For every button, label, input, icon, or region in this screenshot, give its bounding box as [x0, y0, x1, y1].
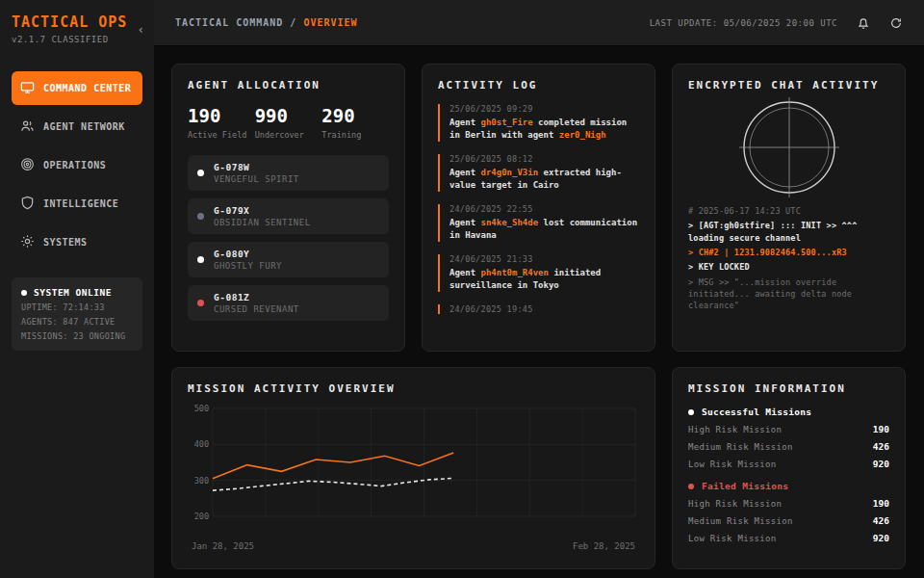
activity-log-list: 25/06/2025 09:29Agent gh0st_Fire complet…: [438, 104, 639, 314]
mission-row-label: High Risk Mission: [688, 425, 782, 434]
agent-allocation-title: AGENT ALLOCATION: [188, 79, 389, 92]
radar-graphic-wrap: [688, 97, 889, 197]
agent-list-item[interactable]: G-078WVENGEFUL SPIRIT: [188, 155, 389, 191]
agent-stat: 990Undercover: [255, 105, 322, 142]
agent-list-item[interactable]: G-080YGHOSTLY FURY: [188, 242, 389, 277]
svg-text:300: 300: [194, 476, 209, 486]
agent-list-item[interactable]: G-081ZCURSED REVENANT: [188, 285, 389, 321]
system-status-line: AGENTS: 847 ACTIVE: [21, 317, 133, 327]
terminal-log: # 2025-06-17 14:23 UTC> [AGT:gh0stfire] …: [688, 205, 889, 312]
breadcrumb-root[interactable]: TACTICAL COMMAND: [175, 17, 283, 28]
mission-row: Low Risk Mission920: [688, 533, 889, 543]
agent-handle: ph4nt0m_R4ven: [481, 268, 549, 277]
last-update-text: LAST UPDATE: 05/06/2025 20:00 UTC: [650, 18, 837, 28]
mission-activity-chart: 500400300200: [188, 403, 639, 536]
terminal-line: > KEY LOCKED: [688, 261, 889, 273]
sidebar-collapse-icon[interactable]: ‹: [138, 23, 144, 37]
sidebar-nav: COMMAND CENTERAGENT NETWORKOPERATIONSINT…: [12, 71, 142, 259]
mission-information-title: MISSION INFORMATION: [688, 382, 889, 395]
app-logo: TACTICAL OPS v2.1.7 CLASSIFIED: [12, 13, 142, 44]
agent-stat-value: 290: [321, 105, 389, 126]
mission-information-card: MISSION INFORMATION Successful MissionsH…: [672, 367, 906, 569]
chart-area: 500400300200 Jan 28, 2025 Feb 28, 2025: [188, 403, 639, 551]
bell-icon[interactable]: [857, 16, 870, 30]
sidebar-item-systems[interactable]: SYSTEMS: [12, 225, 142, 259]
system-status-title: SYSTEM ONLINE: [21, 287, 133, 298]
mission-row-label: Medium Risk Mission: [688, 442, 793, 452]
encrypted-chat-title: ENCRYPTED CHAT ACTIVITY: [688, 79, 889, 92]
mission-row-value: 920: [873, 533, 889, 543]
agent-stat-value: 990: [255, 105, 322, 126]
target-icon: [20, 157, 35, 173]
monitor-icon: [20, 80, 35, 96]
agent-handle: dr4g0n_V3in: [481, 168, 539, 177]
topbar: TACTICAL COMMAND / OVERVIEW LAST UPDATE:…: [154, 0, 924, 46]
sidebar-item-label: OPERATIONS: [43, 160, 106, 171]
mission-section-header: Successful Missions: [688, 407, 889, 417]
activity-log-entry: 25/06/2025 08:12Agent dr4g0n_V3in extrac…: [438, 154, 639, 192]
agent-handle: gh0st_Fire: [481, 118, 533, 127]
terminal-line: > CH#2 | 1231.9082464.500...xR3: [688, 247, 889, 258]
agent-code: G-078W: [214, 162, 299, 172]
agent-status-dot-icon: [197, 213, 204, 220]
agent-stat: 190Active Field: [188, 105, 255, 142]
sidebar-item-intelligence[interactable]: INTELLIGENCE: [12, 187, 142, 221]
breadcrumb-separator: /: [283, 17, 303, 28]
activity-log-time: 24/06/2025 22:55: [449, 204, 639, 214]
activity-log-message: Agent gh0st_Fire completed mission in Be…: [449, 117, 639, 142]
mission-section: Successful MissionsHigh Risk Mission190M…: [688, 407, 889, 469]
agent-text: G-079XOBSIDIAN SENTINEL: [214, 205, 311, 227]
sidebar-item-operations[interactable]: OPERATIONS: [12, 148, 142, 182]
activity-log-message: Agent ph4nt0m_R4ven initiated surveillan…: [449, 267, 639, 292]
mission-section-label: Successful Missions: [702, 407, 811, 417]
activity-log-card: ACTIVITY LOG 25/06/2025 09:29Agent gh0st…: [422, 64, 655, 352]
activity-log-entry: 24/06/2025 19:45: [438, 304, 639, 314]
activity-log-message: Agent dr4g0n_V3in extracted high-value t…: [449, 167, 639, 192]
agent-stat-label: Active Field: [188, 130, 255, 142]
mission-row-label: High Risk Mission: [688, 499, 782, 509]
agent-list-item[interactable]: G-079XOBSIDIAN SENTINEL: [188, 198, 389, 234]
mission-activity-title: MISSION ACTIVITY OVERVIEW: [188, 382, 639, 395]
agent-code: G-080Y: [214, 249, 282, 259]
mission-section-header: Failed Missions: [688, 481, 889, 491]
agent-stat-label: Training: [321, 130, 389, 142]
mission-row: Medium Risk Mission426: [688, 441, 889, 452]
system-status-line: MISSIONS: 23 ONGOING: [21, 331, 133, 341]
agent-codename: GHOSTLY FURY: [214, 261, 282, 271]
terminal-line: > [AGT:gh0stfire] ::: INIT >> ^^^ loadin…: [688, 220, 889, 244]
mission-row-label: Low Risk Mission: [688, 534, 777, 543]
refresh-icon[interactable]: [889, 16, 903, 30]
online-dot-icon: [21, 290, 27, 296]
agent-stats-row: 190Active Field990Undercover290Training: [188, 105, 389, 142]
agent-codename: VENGEFUL SPIRIT: [214, 174, 299, 184]
users-icon: [20, 118, 35, 135]
sidebar-item-agent-network[interactable]: AGENT NETWORK: [12, 110, 142, 144]
agent-handle: zer0_Nigh: [559, 130, 606, 140]
sidebar-item-label: INTELLIGENCE: [43, 198, 118, 209]
radar-icon: [739, 97, 839, 197]
mission-row: Low Risk Mission920: [688, 459, 889, 469]
svg-text:500: 500: [194, 404, 209, 413]
agent-code: G-079X: [214, 205, 311, 216]
chart-x-start-label: Jan 28, 2025: [192, 541, 254, 551]
breadcrumb: TACTICAL COMMAND / OVERVIEW: [175, 17, 358, 28]
app-version: v2.1.7 CLASSIFIED: [12, 35, 142, 44]
agent-stat-value: 190: [188, 105, 255, 126]
activity-log-message: Agent sn4ke_Sh4de lost communication in …: [449, 217, 639, 242]
agent-stat: 290Training: [321, 105, 389, 142]
sidebar-item-label: SYSTEMS: [43, 237, 88, 248]
activity-log-title: ACTIVITY LOG: [438, 79, 639, 92]
activity-log-time: 24/06/2025 19:45: [449, 304, 639, 314]
main-content: AGENT ALLOCATION 190Active Field990Under…: [154, 46, 924, 578]
agent-list: G-078WVENGEFUL SPIRITG-079XOBSIDIAN SENT…: [188, 155, 389, 321]
agent-text: G-078WVENGEFUL SPIRIT: [214, 162, 299, 184]
sidebar-item-command-center[interactable]: COMMAND CENTER: [12, 71, 142, 105]
agent-stat-label: Undercover: [255, 130, 322, 142]
activity-log-time: 25/06/2025 09:29: [449, 104, 639, 114]
agent-allocation-card: AGENT ALLOCATION 190Active Field990Under…: [171, 64, 405, 352]
mission-row-value: 426: [873, 515, 889, 526]
shield-icon: [20, 196, 35, 212]
activity-log-entry: 24/06/2025 21:33Agent ph4nt0m_R4ven init…: [438, 254, 639, 292]
agent-text: G-081ZCURSED REVENANT: [214, 292, 299, 314]
mission-section-dot-icon: [688, 484, 694, 489]
